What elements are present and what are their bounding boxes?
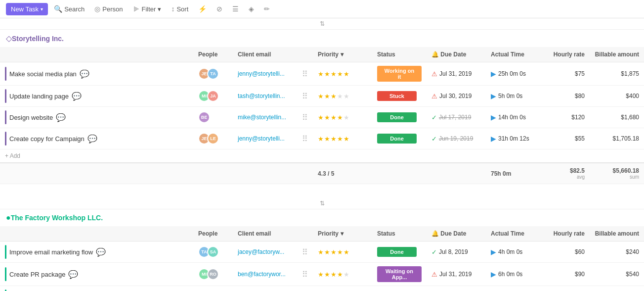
avatar: TA — [207, 68, 219, 80]
play-icon[interactable]: ▶ — [491, 70, 496, 78]
task-status[interactable]: Waiting on App... — [372, 263, 427, 286]
task-billable-amount: $400 — [590, 86, 644, 107]
play-icon[interactable]: ▶ — [491, 248, 496, 256]
task-name-cell: Create copy for Campaign 💬 — [0, 128, 193, 149]
task-hourly-rate: $75 — [540, 62, 590, 86]
task-due-date: ✓ Jun 19, 2019 — [427, 128, 486, 149]
th-priority[interactable]: Priority ▾ — [313, 226, 372, 242]
drag-handle[interactable]: ⠿ — [297, 107, 313, 128]
task-status[interactable]: Done — [372, 107, 427, 128]
status-badge[interactable]: Waiting on App... — [377, 266, 422, 282]
sort-label: Sort — [176, 5, 188, 13]
task-priority: ★★★★★ — [313, 107, 372, 128]
status-badge[interactable]: Stuck — [377, 91, 417, 101]
email-link[interactable]: ben@factorywor... — [238, 271, 286, 278]
new-task-button[interactable]: New Task ▾ — [6, 3, 48, 15]
link-icon: ⚡ — [198, 5, 207, 13]
drag-handle[interactable]: ⠿ — [297, 62, 313, 86]
play-icon[interactable]: ▶ — [491, 92, 496, 100]
task-people: JETA — [193, 62, 233, 86]
email-link[interactable]: jacey@factoryw... — [238, 248, 284, 255]
th-priority[interactable]: Priority ▾ — [313, 47, 372, 62]
due-date-text: Jul 31, 2019 — [439, 271, 472, 278]
main-content: ⇅ ◇ Storytelling Inc. People Client emai… — [0, 18, 644, 291]
th-people: People — [193, 226, 233, 242]
play-icon[interactable]: ▶ — [491, 113, 496, 121]
add-task-cell[interactable]: + Add — [0, 149, 644, 163]
play-icon[interactable]: ▶ — [491, 270, 496, 278]
formula-button[interactable]: ◈ — [245, 3, 258, 15]
email-link[interactable]: tash@storytellin... — [238, 93, 285, 99]
task-color-bar — [5, 132, 6, 146]
th-drag — [297, 47, 313, 62]
task-status[interactable]: Done — [372, 242, 427, 263]
task-priority: ★★★★★ — [313, 242, 372, 263]
search-button[interactable]: 🔍 Search — [50, 3, 88, 15]
status-badge[interactable]: Done — [377, 134, 417, 144]
drag-handle[interactable]: ⠿ — [297, 263, 313, 286]
summary-row: 4.3 / 5 75h 0m $82.5 avg $5,660.18 sum — [0, 163, 644, 184]
hide-button[interactable]: ⊘ — [213, 3, 226, 15]
status-badge[interactable]: Done — [377, 247, 417, 257]
task-billable-amount: $1,680 — [590, 107, 644, 128]
priority-sort-icon[interactable]: ▾ — [341, 51, 343, 58]
sort-arrows-icon[interactable]: ⇅ — [320, 20, 325, 27]
task-status[interactable]: Working on it — [372, 62, 427, 86]
avatar-group: MIRO — [198, 268, 228, 280]
actual-time-value: 4h 0m 0s — [498, 248, 522, 255]
task-due-date: ⚠ Jul 30, 2019 — [427, 86, 486, 107]
status-badge[interactable]: Working on it — [377, 66, 422, 82]
stars-rating: ★★★★★ — [318, 114, 367, 121]
person-button[interactable]: ◎ Person — [90, 3, 127, 15]
task-name-cell: Update landing page 💬 — [0, 86, 193, 107]
avatar-group: JELE — [198, 133, 228, 145]
th-status: Status — [372, 47, 427, 62]
stars-rating: ★★★★★ — [318, 93, 367, 100]
comment-icon[interactable]: 💬 — [72, 92, 82, 101]
task-email: tash@storytellin... — [233, 86, 297, 107]
play-icon[interactable]: ▶ — [491, 135, 496, 143]
email-link[interactable]: mike@storytellin... — [238, 114, 286, 121]
link-button[interactable]: ⚡ — [194, 3, 211, 15]
comment-icon[interactable]: 💬 — [68, 270, 78, 279]
drag-handle[interactable]: ⠿ — [297, 86, 313, 107]
th-due-date: 🔔 Due Date — [427, 47, 486, 62]
drag-handle[interactable]: ⠿ — [297, 286, 313, 291]
actual-time-value: 5h 0m 0s — [498, 93, 522, 99]
summary-hourly-label: avg — [545, 174, 585, 180]
group-icon: ◇ — [6, 34, 12, 43]
filter-button[interactable]: ⫸ Filter ▾ — [129, 3, 166, 15]
task-billable-amount: $540 — [590, 263, 644, 286]
sort-arrows-icon[interactable]: ⇅ — [320, 200, 325, 207]
stars-rating: ★★★★★ — [318, 248, 367, 256]
edit-button[interactable]: ✏ — [260, 3, 274, 15]
sort-button[interactable]: ↕ Sort — [167, 3, 192, 15]
comment-icon[interactable]: 💬 — [96, 247, 106, 257]
collapse-button[interactable]: ☰ — [228, 3, 243, 15]
task-color-bar — [5, 110, 6, 124]
comment-icon[interactable]: 💬 — [80, 69, 89, 79]
add-row[interactable]: + Add — [0, 149, 644, 163]
priority-sort-icon[interactable]: ▾ — [341, 230, 343, 237]
task-actual-time: ▶ 6h 0m 0s — [486, 263, 540, 286]
comment-icon[interactable]: 💬 — [87, 134, 97, 144]
sort-arrows-row: ⇅ — [0, 198, 644, 209]
task-status[interactable]: Done — [372, 128, 427, 149]
status-badge[interactable]: Done — [377, 112, 417, 122]
th-billable-amount: Billable amount — [590, 226, 644, 242]
task-billable-amount: $1,705.18 — [590, 128, 644, 149]
email-link[interactable]: jenny@storytelli... — [238, 135, 285, 142]
th-hourly-rate: Hourly rate — [540, 226, 590, 242]
drag-handle[interactable]: ⠿ — [297, 128, 313, 149]
formula-icon: ◈ — [249, 5, 254, 13]
task-status[interactable]: Stuck — [372, 86, 427, 107]
comment-icon[interactable]: 💬 — [56, 113, 66, 122]
avatar-group: MIJA — [198, 90, 228, 102]
drag-handle[interactable]: ⠿ — [297, 242, 313, 263]
actual-time-value: 6h 0m 0s — [498, 271, 522, 278]
task-status[interactable]: Ongoing — [372, 286, 427, 291]
task-actual-time: ▶ 5h 0m 0s — [486, 86, 540, 107]
table-header-row: People Client email Priority ▾ Status — [0, 47, 644, 62]
task-actual-time: ▶ 31h 0m 12s — [486, 128, 540, 149]
email-link[interactable]: jenny@storytelli... — [238, 70, 285, 77]
